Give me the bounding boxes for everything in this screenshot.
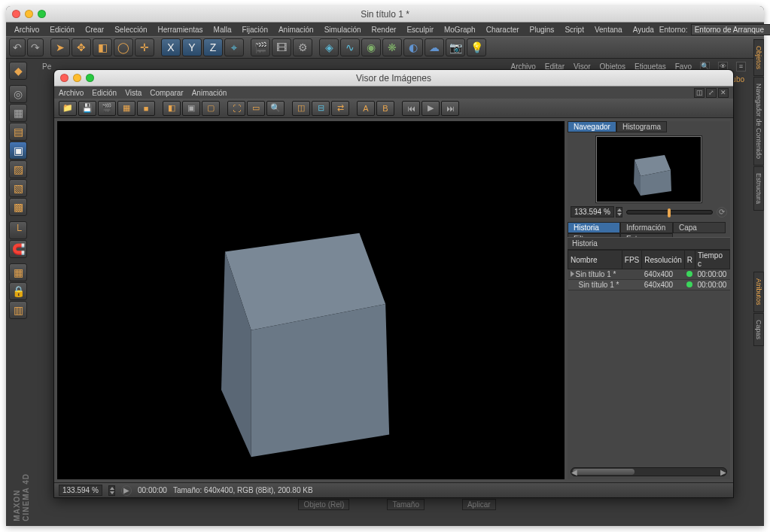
alpha-icon[interactable]: ▣ (182, 101, 200, 116)
nurbs-button[interactable]: ◉ (361, 38, 381, 56)
scroll-right-icon[interactable]: ▶ (719, 468, 728, 476)
tab-historia[interactable]: Historia (568, 222, 620, 233)
edge-mode-button[interactable]: ▧ (9, 179, 27, 197)
texture-mode-button[interactable]: ▦ (9, 104, 27, 122)
col-nombre[interactable]: Nombre (568, 251, 622, 269)
last-tool-button[interactable]: ✛ (135, 38, 154, 56)
scale-tool-button[interactable]: ◧ (93, 38, 112, 56)
menu-seleccion[interactable]: Selección (109, 26, 152, 34)
menu-simulacion[interactable]: Simulación (319, 26, 367, 34)
tab-objetos[interactable]: Objetos (753, 39, 764, 76)
light-button[interactable]: 💡 (467, 38, 486, 56)
generator-button[interactable]: ❋ (382, 38, 402, 56)
dock-icon[interactable]: ◫ (694, 88, 705, 98)
status-zoom-spinner[interactable] (108, 485, 115, 496)
list-icon[interactable]: ≡ (736, 62, 746, 71)
y-axis-button[interactable]: Y (182, 38, 202, 56)
tab-informacion[interactable]: Información (620, 222, 673, 233)
table-row[interactable]: Sin título 1 * 640x400 00:00:00 (568, 280, 730, 290)
axis-button[interactable]: └ (9, 221, 27, 239)
status-play-icon[interactable]: ▶ (121, 485, 132, 496)
model-mode-button[interactable]: ◎ (9, 85, 27, 103)
vmenu-edicion[interactable]: Edición (92, 89, 117, 97)
env-dropdown[interactable]: Entorno de Arranque (691, 24, 770, 35)
primitive-button[interactable]: ◈ (319, 38, 339, 56)
deformer-button[interactable]: ◐ (403, 38, 423, 56)
tab-navegador-contenido[interactable]: Navegador de Contenido (753, 77, 764, 166)
swap-icon[interactable]: ⇄ (331, 101, 349, 116)
menu-mograph[interactable]: MoGraph (439, 26, 481, 34)
next-icon[interactable]: ⏭ (441, 101, 459, 116)
render-region-button[interactable]: 🎞 (272, 38, 291, 56)
render-settings-button[interactable]: ⚙ (293, 38, 312, 56)
live-select-button[interactable]: ➤ (50, 38, 70, 56)
scroll-left-icon[interactable]: ◀ (570, 468, 579, 476)
make-editable-button[interactable]: ◆ (9, 62, 27, 80)
z-axis-button[interactable]: Z (203, 38, 223, 56)
environment-button[interactable]: ☁ (425, 38, 444, 56)
objeto-chip[interactable]: Objeto (Rel) (298, 499, 349, 510)
zoomin-icon[interactable]: 🔍 (266, 101, 285, 116)
menu-ventana[interactable]: Ventana (589, 26, 628, 34)
play-icon[interactable]: ▶ (422, 101, 440, 116)
col-fps[interactable]: FPS (622, 251, 641, 269)
point-mode-button[interactable]: ▨ (9, 160, 27, 178)
tab-capas[interactable]: Capas (753, 313, 764, 346)
rotate-tool-button[interactable]: ◯ (114, 38, 133, 56)
close-panel-icon[interactable]: ✕ (718, 88, 729, 98)
col-tiempo[interactable]: Tiempo c (695, 251, 730, 269)
vmenu-comparar[interactable]: Comparar (150, 89, 183, 97)
expand-triangle-icon[interactable] (571, 271, 574, 277)
snap-button[interactable]: 🧲 (9, 240, 27, 258)
lock-workplane-button[interactable]: 🔒 (9, 282, 27, 300)
zoom-spinner[interactable] (616, 207, 622, 217)
history-scrollbar[interactable]: ◀ ▶ (571, 467, 727, 476)
planar-workplane-button[interactable]: ▥ (9, 301, 27, 319)
save-icon[interactable]: 💾 (78, 101, 96, 116)
thumbnail[interactable] (596, 136, 702, 202)
menu-malla[interactable]: Malla (208, 26, 237, 34)
menu-esculpir[interactable]: Esculpir (401, 26, 439, 34)
x-axis-button[interactable]: X (161, 38, 181, 56)
expand-icon[interactable]: ⤢ (706, 88, 717, 98)
menu-fijacion[interactable]: Fijación (236, 26, 272, 34)
compare-h-icon[interactable]: ◫ (292, 101, 310, 116)
a-icon[interactable]: A (357, 101, 375, 116)
folder-icon[interactable]: 📁 (59, 101, 77, 116)
vmenu-vista[interactable]: Vista (125, 89, 142, 97)
prev-icon[interactable]: ⏮ (402, 101, 420, 116)
redo-button[interactable]: ↷ (27, 38, 44, 56)
menu-archivo[interactable]: Archivo (9, 26, 44, 34)
spline-button[interactable]: ∿ (340, 38, 360, 56)
polygon-mode-button[interactable]: ▩ (9, 198, 27, 216)
workplane-mode-button[interactable]: ▤ (9, 123, 27, 141)
camera-button[interactable]: 📷 (446, 38, 465, 56)
tamano-chip[interactable]: Tamaño (387, 499, 425, 510)
viewport[interactable] (57, 121, 565, 479)
vmenu-animacion[interactable]: Animación (192, 89, 227, 97)
menu-herramientas[interactable]: Herramientas (153, 26, 208, 34)
col-resolucion[interactable]: Resolución (642, 251, 684, 269)
col-r[interactable]: R (684, 251, 695, 269)
tab-capa[interactable]: Capa (673, 222, 726, 233)
tab-navegador[interactable]: Navegador (568, 121, 616, 132)
zoom100-icon[interactable]: ▭ (247, 101, 265, 116)
menu-plugins[interactable]: Plugins (525, 26, 560, 34)
b-icon[interactable]: B (376, 101, 394, 116)
zoom-reset-icon[interactable]: ⟳ (717, 207, 727, 217)
render-view-button[interactable]: 🎬 (251, 38, 270, 56)
aplicar-button[interactable]: Aplicar (462, 499, 496, 510)
menu-edicion[interactable]: Edición (44, 26, 80, 34)
menu-animacion[interactable]: Animación (273, 26, 319, 34)
workplane-button[interactable]: ▦ (9, 263, 27, 281)
clapper-icon[interactable]: 🎬 (98, 101, 116, 116)
coord-system-button[interactable]: ⌖ (224, 38, 244, 56)
menu-ayuda[interactable]: Ayuda (628, 26, 659, 34)
tab-atributos[interactable]: Atributos (753, 272, 764, 312)
tab-histograma[interactable]: Histograma (616, 121, 667, 132)
table-row[interactable]: Sin título 1 * 640x400 00:00:00 (568, 269, 730, 280)
grid-icon[interactable]: ▦ (117, 101, 135, 116)
object-mode-button[interactable]: ▣ (9, 141, 27, 160)
zoom-value[interactable]: 133.594 % (571, 206, 614, 217)
move-tool-button[interactable]: ✥ (72, 38, 91, 56)
